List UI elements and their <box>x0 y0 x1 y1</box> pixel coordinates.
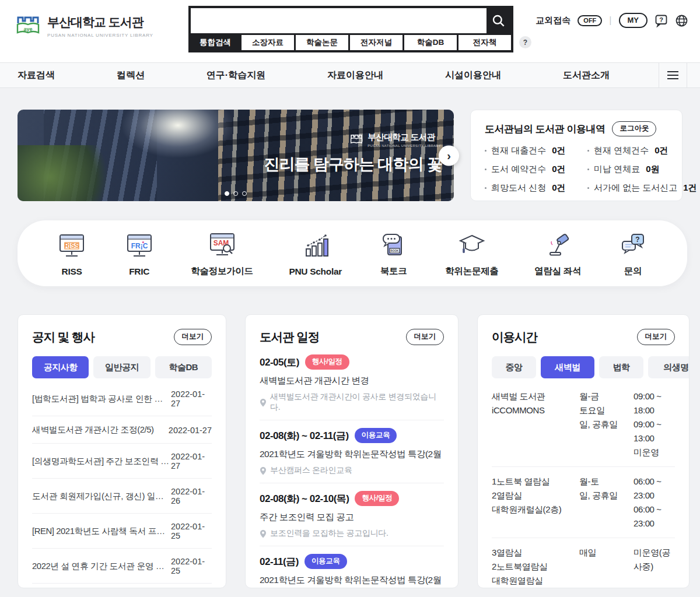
quick-link-label: 학술정보가이드 <box>191 265 253 278</box>
schedule-event: 02-08(화) ~ 02-10(목)행사/일정 주간 보조인력 모집 공고 보… <box>260 483 444 546</box>
event-title[interactable]: 새벽벌도서관 개관시간 변경 <box>260 375 444 387</box>
quick-link-label: RISS <box>62 266 82 277</box>
notices-card: 공지 및 행사 더보기 공지사항 일반공지 학술DB [법학도서관] 법학과 공… <box>18 314 226 588</box>
nav-item-facility-guide[interactable]: 시설이용안내 <box>445 69 501 82</box>
nav-item-search-materials[interactable]: 자료검색 <box>18 69 55 82</box>
event-date: 02-08(화) ~ 02-11(금) <box>260 429 349 443</box>
main-navigation: 자료검색 컬렉션 연구·학습지원 자료이용안내 시설이용안내 도서관소개 <box>0 62 700 88</box>
hours-tab-biomedical[interactable]: 의생명과 <box>648 356 690 378</box>
stat-value: 0건 <box>552 182 565 194</box>
search-tab-ebook[interactable]: 전자책 <box>459 35 511 50</box>
hours-times: 09:00 ~ 18:00 09:00 ~ 13:00 미운영 <box>634 389 675 459</box>
quick-link-sam-guide[interactable]: SAM 학술정보가이드 <box>191 229 253 278</box>
stat-current-overdues: 현재 연체건수0건 <box>587 145 697 156</box>
event-location: 보조인력을 모집하는 공고입니다. <box>270 528 388 539</box>
quick-link-inquiry[interactable]: ? 문의 <box>617 229 649 278</box>
hamburger-menu-button[interactable] <box>659 63 687 87</box>
carousel-dot-3[interactable] <box>242 191 247 196</box>
library-logo[interactable]: aye 부산대학교 도서관 PUSAN NATIONAL UNIVERSITY … <box>15 14 153 38</box>
notice-row[interactable]: [법학도서관] 법학과 공사로 인한 보존서...2022-01-27 <box>32 381 212 416</box>
svg-text:R|SS: R|SS <box>64 242 79 249</box>
quick-link-label: 문의 <box>624 265 642 278</box>
stat-current-loans: 현재 대출건수0건 <box>485 145 583 156</box>
stat-value: 0건 <box>552 145 565 156</box>
quick-link-riss[interactable]: R|SS RISS <box>56 230 88 277</box>
search-tab-integrated[interactable]: 통합검색 <box>191 35 240 50</box>
event-location: 부산캠퍼스 온라인교육 <box>270 465 352 476</box>
notice-row[interactable]: 겨울방학 효원인 연구력 강화 워크숍(이...2022-01-25 <box>32 584 212 588</box>
quick-link-pnu-scholar[interactable]: PNU Scholar <box>289 230 342 277</box>
nav-item-material-guide[interactable]: 자료이용안내 <box>327 69 383 82</box>
quick-link-fric[interactable]: FR¡C FRIC <box>124 230 155 277</box>
notice-row[interactable]: [의생명과학도서관] 주간 보조인력 모집 ...2022-01-27 <box>32 444 212 479</box>
notices-tab-general[interactable]: 일반공지 <box>93 356 150 378</box>
notice-date: 2022-01-27 <box>171 389 212 408</box>
header: aye 부산대학교 도서관 PUSAN NATIONAL UNIVERSITY … <box>0 0 700 62</box>
nav-item-about[interactable]: 도서관소개 <box>563 69 610 82</box>
search-tab-academic-db[interactable]: 학술DB <box>404 35 457 50</box>
notice-row[interactable]: 도서관 회원제가입(신규, 갱신) 일시중단...2022-01-26 <box>32 479 212 514</box>
globe-language-icon[interactable] <box>675 14 688 27</box>
hours-tab-central[interactable]: 중앙 <box>492 356 536 378</box>
event-date: 02-11(금) <box>260 555 299 568</box>
library-usage-panel: 도서관님의 도서관 이용내역 로그아웃 현재 대출건수0건 현재 연체건수0건 … <box>470 110 682 201</box>
carousel-next-button[interactable]: › <box>439 145 459 166</box>
hero-slide-image[interactable]: 부산대학교 도서관 PUSAN NATIONAL UNIVERSITY LIBR… <box>18 110 454 201</box>
notice-title: 2022년 설 연휴 기간 도서관 운영 시간 ... <box>32 561 171 572</box>
map-pin-icon <box>260 398 267 407</box>
main-content: 부산대학교 도서관 PUSAN NATIONAL UNIVERSITY LIBR… <box>0 88 700 597</box>
event-title[interactable]: 주간 보조인력 모집 공고 <box>260 511 444 524</box>
search-tab-articles[interactable]: 학술논문 <box>296 35 348 50</box>
schedule-event: 02-05(토)행사/일정 새벽벌도서관 개관시간 변경 새벽벌도서관 개관시간… <box>260 347 444 420</box>
event-location: 새벽벌도서관 개관시간이 공사로 변경되었습니다. <box>270 392 444 413</box>
quick-link-label: FRIC <box>129 266 149 277</box>
nav-item-collections[interactable]: 컬렉션 <box>117 69 145 82</box>
my-page-button[interactable]: MY <box>619 13 648 28</box>
schedule-event: 02-08(화) ~ 02-11(금)이용교육 2021학년도 겨울방학 학위논… <box>260 420 444 483</box>
hero-slogan: 진리를 탐구하는 대학의 꽃 <box>264 154 442 175</box>
logo-subtitle: PUSAN NATIONAL UNIVERSITY LIBRARY <box>47 33 153 38</box>
nav-item-research-support[interactable]: 연구·학습지원 <box>206 69 265 82</box>
search-icon <box>491 13 506 29</box>
stat-unpaid-fees: 미납 연체료0원 <box>587 164 697 175</box>
hero-logo-subtitle: PUSAN NATIONAL UNIVERSITY LIBRARY <box>368 144 441 148</box>
quick-link-book-talk[interactable]: BOOK 북토크 <box>378 229 410 278</box>
notices-more-button[interactable]: 더보기 <box>174 329 212 345</box>
quick-link-reading-room-seats[interactable]: 열람실 좌석 <box>534 229 581 278</box>
help-bubble-icon[interactable]: ? <box>654 14 668 27</box>
notice-row[interactable]: 새벽벌도서관 개관시간 조정(2/5)2022-01-27 <box>32 416 212 444</box>
search-tab-ejournal[interactable]: 전자저널 <box>350 35 402 50</box>
search-help-button[interactable]: ? <box>519 36 531 48</box>
notice-title: 도서관 회원제가입(신규, 갱신) 일시중단... <box>32 491 171 502</box>
logout-button[interactable]: 로그아웃 <box>612 121 656 136</box>
hours-tab-saebyeokbeol[interactable]: 새벽벌 <box>541 356 594 378</box>
schedule-more-button[interactable]: 더보기 <box>406 329 444 345</box>
pnu-emblem-white-icon <box>349 134 363 146</box>
notices-tab-notice[interactable]: 공지사항 <box>32 356 89 378</box>
carousel-dot-2[interactable] <box>233 191 238 196</box>
notice-date: 2022-01-25 <box>171 557 212 575</box>
carousel-dots <box>225 191 247 196</box>
hours-card: 이용시간 더보기 중앙 새벽벌 법학 의생명과 새벽벌 도서관 iCCOMMON… <box>477 314 690 588</box>
quick-link-label: 학위논문제출 <box>445 265 498 278</box>
quick-link-thesis-submission[interactable]: 학위논문제출 <box>445 229 498 278</box>
event-title[interactable]: 2021학년도 겨울방학 학위논문작성법 특강(2월 11일) <box>260 574 444 587</box>
notice-row[interactable]: 2022년 설 연휴 기간 도서관 운영 시간 ...2022-01-25 <box>32 549 212 584</box>
svg-text:aye: aye <box>23 26 32 31</box>
carousel-dot-1[interactable] <box>225 191 229 196</box>
search-input[interactable] <box>191 8 487 33</box>
hours-title: 이용시간 <box>492 329 537 345</box>
quick-link-label: 북토크 <box>380 265 407 278</box>
search-tab-holdings[interactable]: 소장자료 <box>242 35 294 50</box>
event-date: 02-05(토) <box>260 356 299 369</box>
notice-row[interactable]: [REN] 2021학년도 사람책 독서 프로그...2022-01-25 <box>32 514 212 549</box>
hours-tab-law[interactable]: 법학 <box>599 356 643 378</box>
notice-title: [의생명과학도서관] 주간 보조인력 모집 ... <box>32 456 171 467</box>
header-utilities: 교외접속 OFF | MY ? <box>536 13 688 27</box>
hours-more-button[interactable]: 더보기 <box>637 329 676 345</box>
search-button[interactable] <box>487 8 511 33</box>
schedule-card: 도서관 일정 더보기 02-05(토)행사/일정 새벽벌도서관 개관시간 변경 … <box>245 314 459 588</box>
event-title[interactable]: 2021학년도 겨울방학 학위논문작성법 특강(2월 10일) <box>260 448 444 461</box>
external-access-toggle[interactable]: OFF <box>578 15 602 26</box>
notices-tab-academic-db[interactable]: 학술DB <box>155 356 212 378</box>
